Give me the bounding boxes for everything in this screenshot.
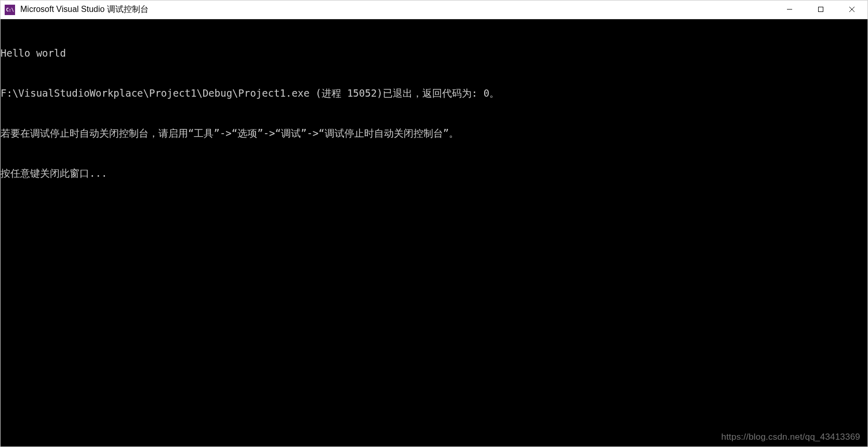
console-line: 若要在调试停止时自动关闭控制台，请启用“工具”->“选项”->“调试”->“调试… [1, 127, 867, 140]
console-window: C:\ Microsoft Visual Studio 调试控制台 Hello … [0, 0, 868, 447]
console-line: 按任意键关闭此窗口... [1, 167, 867, 180]
titlebar[interactable]: C:\ Microsoft Visual Studio 调试控制台 [1, 1, 867, 19]
window-title: Microsoft Visual Studio 调试控制台 [20, 4, 149, 15]
maximize-icon [818, 5, 824, 15]
maximize-button[interactable] [805, 1, 836, 19]
console-output[interactable]: Hello world F:\VisualStudioWorkplace\Pro… [1, 19, 867, 446]
minimize-button[interactable] [774, 1, 805, 19]
console-line: F:\VisualStudioWorkplace\Project1\Debug\… [1, 87, 867, 100]
app-icon: C:\ [5, 5, 15, 15]
console-line: Hello world [1, 47, 867, 60]
minimize-icon [786, 5, 793, 15]
window-controls [774, 1, 867, 19]
watermark-text: https://blog.csdn.net/qq_43413369 [722, 431, 860, 443]
close-icon [849, 5, 855, 15]
svg-rect-1 [819, 7, 823, 11]
close-button[interactable] [836, 1, 867, 19]
